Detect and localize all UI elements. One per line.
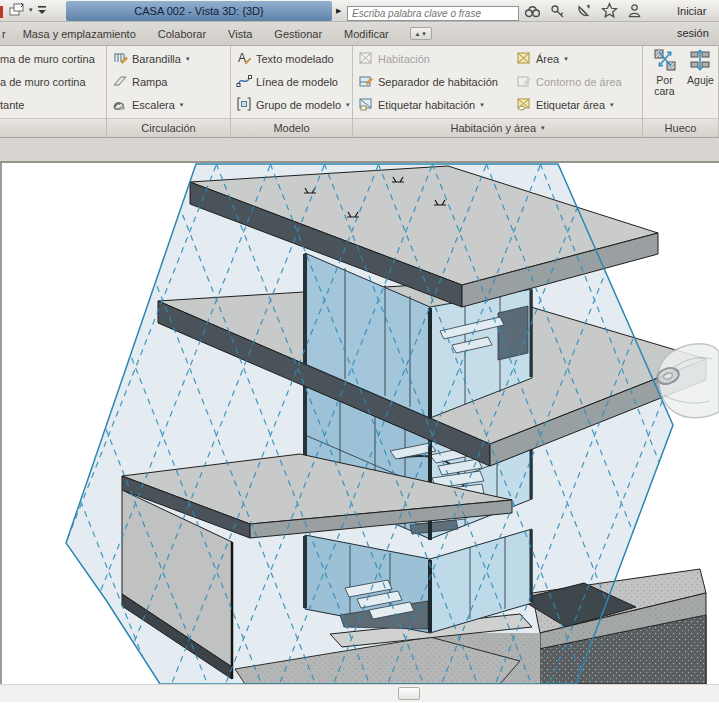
tab-colaborar[interactable]: Colaborar (147, 22, 217, 45)
panel-label-empty (0, 118, 106, 137)
chevron-down-icon: ▾ (346, 101, 350, 109)
horizontal-scrollbar[interactable] (0, 684, 719, 702)
chevron-down-icon: ▾ (422, 30, 426, 38)
cropped-app-logo (0, 6, 3, 18)
chevron-down-icon: ▾ (186, 55, 190, 63)
title-bar: ▾ CASA 002 - Vista 3D: {3D} ▶ (0, 0, 719, 22)
button-texto-modelado[interactable]: A Texto modelado (231, 47, 352, 70)
satellite-icon[interactable] (575, 3, 592, 23)
button-area[interactable]: Área ▾ (511, 47, 642, 70)
button-contorno-de-area: Contorno de área (511, 70, 642, 93)
button-etiquetar-habitacion[interactable]: Etiquetar habitación ▾ (353, 93, 511, 116)
help-search (347, 3, 519, 18)
options-bar (0, 138, 719, 163)
button-muro-cortina-sistema[interactable]: ma de muro cortina (0, 47, 106, 70)
chevron-down-icon: ▾ (564, 55, 568, 63)
button-separador-de-habitacion[interactable]: Separador de habitación (353, 70, 511, 93)
panel-label-habitacion-y-area[interactable]: Habitación y área ▾ (353, 118, 642, 137)
search-input[interactable] (347, 6, 519, 21)
button-hueco-agujero[interactable]: Aguje (684, 48, 717, 118)
area-boundary-icon (516, 73, 532, 91)
tab-modificar[interactable]: Modificar (333, 22, 400, 45)
scrollbar-thumb[interactable] (398, 687, 420, 700)
ribbon-collapse-button[interactable]: ▴ ▾ (410, 27, 432, 40)
canvas-left-edge (0, 163, 2, 684)
panel-label-modelo: Modelo (231, 118, 352, 137)
button-habitacion: Habitación (353, 47, 511, 70)
customize-toolbar-icon[interactable] (36, 4, 48, 16)
button-linea-de-modelo[interactable]: Línea de modelo (231, 70, 352, 93)
panel-label-circulacion: Circulación (107, 118, 230, 137)
binoculars-search-icon[interactable] (524, 2, 541, 23)
button-muro-cortina-rejilla[interactable]: a de muro cortina (0, 70, 106, 93)
chevron-down-icon: ▾ (180, 101, 184, 109)
quick-access-toolbar: ▾ (8, 2, 48, 18)
chevron-down-icon: ▾ (610, 101, 614, 109)
button-escalera[interactable]: Escalera ▾ (107, 93, 230, 116)
railing-icon (112, 50, 128, 68)
room-separator-icon (358, 73, 374, 91)
button-rampa[interactable]: Rampa (107, 70, 230, 93)
panel-habitacion-y-area: Habitación Separador de habitación (353, 46, 643, 137)
chevron-down-icon: ▾ (480, 101, 484, 109)
tab-partial[interactable]: r (0, 22, 12, 45)
stair-icon (112, 96, 128, 114)
chevron-down-icon[interactable]: ▾ (29, 5, 33, 15)
tab-vista[interactable]: Vista (217, 22, 263, 45)
room-icon (358, 50, 374, 68)
ribbon-tab-bar: r Masa y emplazamiento Colaborar Vista G… (0, 22, 719, 46)
button-montante[interactable]: tante (0, 93, 106, 116)
title-expand-arrow-icon[interactable]: ▶ (336, 7, 341, 15)
tab-masa-y-emplazamiento[interactable]: Masa y emplazamiento (12, 22, 147, 45)
panel-build-truncated: ma de muro cortina a de muro cortina tan… (0, 46, 107, 137)
collapse-up-icon: ▴ (416, 30, 420, 38)
chevron-down-icon: ▾ (541, 124, 545, 132)
area-icon (516, 50, 532, 68)
button-grupo-de-modelo[interactable]: Grupo de modelo ▾ (231, 93, 352, 116)
model-group-icon (236, 96, 252, 114)
key-icon[interactable] (550, 3, 566, 23)
star-favorites-icon[interactable] (601, 2, 618, 23)
ribbon: ma de muro cortina a de muro cortina tan… (0, 46, 719, 138)
ramp-icon (112, 73, 128, 91)
switch-windows-icon[interactable] (8, 2, 26, 18)
panel-label-hueco: Hueco (643, 118, 718, 137)
titlebar-icons (524, 2, 642, 23)
button-etiquetar-area[interactable]: Etiquetar área ▾ (511, 93, 642, 116)
shaft-vertical-icon (689, 48, 713, 75)
model-text-icon: A (236, 50, 252, 68)
person-icon[interactable] (627, 2, 642, 23)
tab-gestionar[interactable]: Gestionar (263, 22, 333, 45)
area-tag-icon (516, 96, 532, 114)
3d-viewport[interactable] (0, 163, 719, 684)
sign-in-button[interactable]: Iniciar sesión (677, 0, 719, 22)
button-hueco-por-cara[interactable]: Por cara (648, 48, 681, 118)
window-title: CASA 002 - Vista 3D: {3D} (66, 1, 332, 21)
panel-modelo: A Texto modelado Línea de modelo (231, 46, 353, 137)
shaft-by-face-icon (653, 48, 677, 75)
button-barandilla[interactable]: Barandilla ▾ (107, 47, 230, 70)
panel-hueco: Por cara Aguje Hueco (643, 46, 719, 137)
model-line-icon (236, 73, 252, 91)
room-tag-icon (358, 96, 374, 114)
panel-circulacion: Barandilla ▾ Rampa Escalera ▾ (107, 46, 231, 137)
